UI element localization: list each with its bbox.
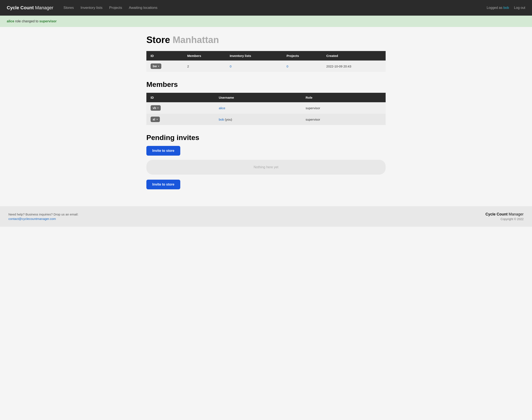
flash-role: supervisor xyxy=(39,19,57,23)
store-id-badge[interactable]: bw ▾ xyxy=(151,63,161,69)
nav-link-projects[interactable]: Projects xyxy=(109,6,122,10)
store-id-text: bw xyxy=(153,64,157,68)
flash-username: alice xyxy=(7,19,14,23)
member-alice-role: supervisor xyxy=(301,102,386,114)
members-table: ID Username Role vb ▾ alice supervisor xyxy=(146,93,386,125)
store-row: bw ▾ 2 0 0 2022-10-09 20:43 xyxy=(146,60,386,72)
invite-to-store-button-top[interactable]: Invite to store xyxy=(146,146,180,156)
footer-logo-light: Manager xyxy=(508,212,524,216)
flash-action: role changed to xyxy=(14,19,39,23)
navbar: Cycle Count Manager Stores Inventory lis… xyxy=(0,0,532,15)
footer-logo-bold: Cycle Count xyxy=(485,212,508,216)
member-alice-id: vb ▾ xyxy=(146,102,215,114)
nav-right: Logged as bob Log out xyxy=(487,6,525,10)
nothing-box: Nothing here yet xyxy=(146,160,386,175)
member-bob-id: al ▾ xyxy=(146,114,215,125)
store-inventory-link[interactable]: 0 xyxy=(230,64,231,68)
member-bob-suffix: (you) xyxy=(224,118,232,121)
nav-link-awaiting[interactable]: Awaiting locations xyxy=(129,6,157,10)
store-row-inventory: 0 xyxy=(225,60,282,72)
pending-invites-title: Pending invites xyxy=(146,134,386,142)
store-row-projects: 0 xyxy=(282,60,322,72)
page-title: Store Manhattan xyxy=(146,35,386,45)
chevron-down-icon: ▾ xyxy=(156,118,158,121)
store-col-projects: Projects xyxy=(282,51,322,60)
nav-logo-light: Manager xyxy=(34,5,53,10)
nav-logged-text: Logged as bob xyxy=(487,6,509,10)
flash-bar: alice role changed to supervisor xyxy=(0,15,532,27)
nav-logged-user: bob xyxy=(503,6,509,10)
nav-links: Stores Inventory lists Projects Awaiting… xyxy=(63,6,487,10)
member-bob-badge[interactable]: al ▾ xyxy=(151,117,160,122)
pending-invites-section: Pending invites Invite to store Nothing … xyxy=(146,134,386,194)
main-content: Store Manhattan ID Members Inventory lis… xyxy=(140,27,392,206)
member-bob-id-text: al xyxy=(153,118,155,121)
member-alice-username: alice xyxy=(215,102,301,114)
member-row-bob: al ▾ bob (you) supervisor xyxy=(146,114,386,125)
invite-to-store-button-bottom[interactable]: Invite to store xyxy=(146,180,180,189)
footer-help-text: Need help? Business inquiries? Drop us a… xyxy=(8,212,78,216)
member-alice-badge[interactable]: vb ▾ xyxy=(151,105,161,111)
footer-copyright: Copyright © 2022 xyxy=(485,217,524,221)
nothing-text: Nothing here yet xyxy=(253,165,278,169)
store-row-id: bw ▾ xyxy=(146,60,183,72)
member-row-alice: vb ▾ alice supervisor xyxy=(146,102,386,114)
store-name: Manhattan xyxy=(173,35,219,45)
store-projects-link[interactable]: 0 xyxy=(286,64,288,68)
nav-logo: Cycle Count Manager xyxy=(7,5,53,11)
store-col-created: Created xyxy=(322,51,386,60)
footer-right: Cycle Count Manager Copyright © 2022 xyxy=(485,212,524,221)
footer: Need help? Business inquiries? Drop us a… xyxy=(0,206,532,227)
store-col-members: Members xyxy=(183,51,225,60)
nav-link-inventory[interactable]: Inventory lists xyxy=(81,6,102,10)
chevron-down-icon: ▾ xyxy=(157,107,159,109)
members-col-id: ID xyxy=(146,93,215,102)
footer-email-link[interactable]: contact@cyclecountmanager.com xyxy=(8,217,78,221)
store-row-created: 2022-10-09 20:43 xyxy=(322,60,386,72)
store-row-members: 2 xyxy=(183,60,225,72)
chevron-down-icon: ▾ xyxy=(158,65,159,68)
store-title-label: Store xyxy=(146,35,170,45)
nav-link-stores[interactable]: Stores xyxy=(63,6,74,10)
member-bob-link[interactable]: bob xyxy=(219,118,224,121)
store-col-inventory: Inventory lists xyxy=(225,51,282,60)
footer-left: Need help? Business inquiries? Drop us a… xyxy=(8,212,78,221)
nav-logo-bold: Cycle Count xyxy=(7,5,34,10)
member-alice-link[interactable]: alice xyxy=(219,106,225,110)
member-bob-username: bob (you) xyxy=(215,114,301,125)
members-title: Members xyxy=(146,80,386,89)
footer-logo: Cycle Count Manager xyxy=(485,212,524,217)
member-bob-role: supervisor xyxy=(301,114,386,125)
store-col-id: ID xyxy=(146,51,183,60)
member-alice-id-text: vb xyxy=(153,106,156,110)
nav-logout-link[interactable]: Log out xyxy=(514,6,525,10)
members-col-username: Username xyxy=(215,93,301,102)
store-table: ID Members Inventory lists Projects Crea… xyxy=(146,51,386,72)
members-col-role: Role xyxy=(301,93,386,102)
